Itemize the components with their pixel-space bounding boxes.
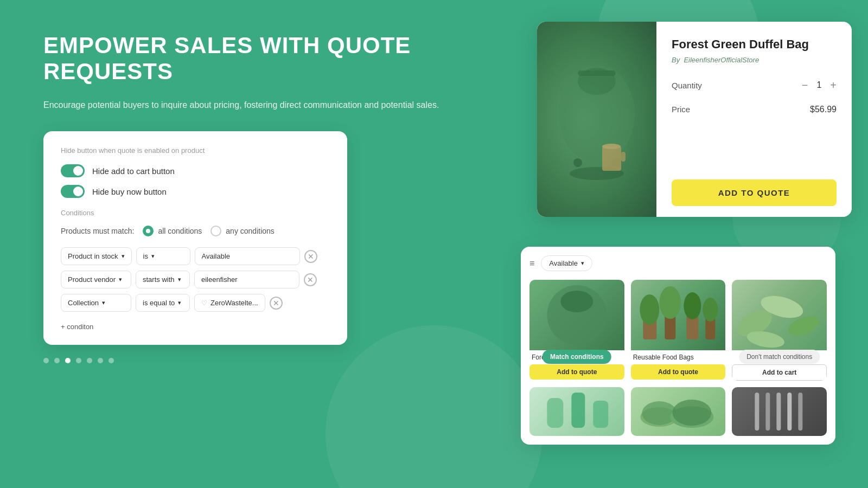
- pagination-dots: [43, 358, 456, 363]
- right-panel: Forest Green Duffel Bag By EileenfisherO…: [537, 22, 852, 217]
- product-grid-row2: [529, 387, 827, 436]
- toggle-add-cart[interactable]: [61, 164, 85, 177]
- add-condition-button[interactable]: + conditon: [61, 319, 93, 334]
- dot-6[interactable]: [98, 358, 103, 363]
- svg-point-18: [703, 298, 718, 322]
- product-image: [537, 22, 656, 217]
- svg-point-16: [684, 292, 701, 319]
- condition3-value-select[interactable]: ♡ ZeroWastelte...: [194, 294, 265, 312]
- svg-rect-24: [571, 393, 585, 428]
- dot-4[interactable]: [76, 358, 81, 363]
- bag-svg: [548, 38, 646, 201]
- price-value: $56.99: [810, 105, 837, 114]
- radio-any-icon: [210, 226, 221, 236]
- settings-card: Hide button when quote is enabled on pro…: [43, 131, 347, 345]
- toggle-row-2: Hide buy now button: [61, 185, 330, 198]
- chevron-down-icon: ▾: [102, 299, 105, 306]
- svg-rect-34: [799, 393, 803, 431]
- conditions-label: Conditions: [61, 209, 330, 217]
- product-price-row: Price $56.99: [672, 105, 837, 114]
- product-name: Forest Green Duffel Bag: [672, 37, 837, 53]
- product-vendor: By EileenfisherOfficialStore: [672, 56, 837, 64]
- hero-subtitle: Encourage potential buyers to inquire ab…: [43, 98, 456, 112]
- svg-point-14: [659, 286, 681, 319]
- quantity-control: − 1 +: [802, 79, 837, 92]
- toggle-row-1: Hide add to cart button: [61, 164, 330, 177]
- product-thumb-1-btn[interactable]: Add to quote: [529, 364, 624, 380]
- condition1-operator-select[interactable]: is ▾: [136, 247, 190, 265]
- svg-rect-32: [777, 393, 781, 431]
- filter-available-badge[interactable]: Available ▾: [541, 255, 592, 271]
- product-thumb-1-overlay: Match conditions: [542, 351, 611, 361]
- condition1-remove-button[interactable]: ✕: [304, 250, 317, 263]
- condition3-remove-button[interactable]: ✕: [270, 297, 283, 310]
- match-prefix-label: Products must match:: [61, 227, 134, 235]
- product-thumb-1-image: [529, 280, 624, 350]
- product-thumb-3-overlay: Don't match conditions: [739, 351, 820, 361]
- svg-rect-2: [578, 70, 616, 76]
- svg-point-27: [642, 401, 676, 425]
- condition2-value-input[interactable]: [194, 271, 299, 288]
- dot-1[interactable]: [43, 358, 49, 363]
- match-conditions-badge: Match conditions: [542, 350, 611, 364]
- product-thumb-3-image: [732, 280, 827, 350]
- svg-point-12: [640, 294, 659, 325]
- quantity-decrease-button[interactable]: −: [802, 79, 808, 92]
- condition2-operator-select[interactable]: starts with ▾: [136, 271, 190, 288]
- toggle-buy-now[interactable]: [61, 185, 85, 198]
- svg-rect-23: [547, 398, 563, 428]
- svg-rect-8: [621, 152, 626, 162]
- svg-rect-6: [602, 146, 621, 171]
- chevron-down-icon: ▾: [178, 276, 181, 283]
- thumb-bag-svg: [529, 280, 624, 350]
- grid-filter-row: ≡ Available ▾: [529, 255, 827, 271]
- quantity-increase-button[interactable]: +: [830, 79, 837, 92]
- price-label: Price: [672, 105, 690, 114]
- product-thumb-3-btn[interactable]: Add to cart: [732, 364, 827, 381]
- svg-point-3: [573, 158, 582, 167]
- match-row: Products must match: all conditions any …: [61, 226, 330, 236]
- condition3-operator-select[interactable]: is equal to ▾: [136, 294, 190, 312]
- hero-title: EMPOWER SALES WITH QUOTE REQUESTS: [43, 33, 456, 85]
- dot-7[interactable]: [108, 358, 114, 363]
- condition3-field-select[interactable]: Collection ▾: [61, 294, 131, 312]
- product-thumb-4-image: [529, 387, 624, 436]
- condition2-remove-button[interactable]: ✕: [304, 273, 317, 286]
- product-thumb-2: Reusable Food Bags Add to quote: [631, 280, 726, 381]
- product-thumb-6-image: [732, 387, 827, 436]
- condition-row-3: Collection ▾ is equal to ▾ ♡ ZeroWastelt…: [61, 294, 330, 312]
- svg-rect-25: [593, 401, 608, 428]
- radio-any-conditions[interactable]: any conditions: [210, 226, 275, 236]
- radio-all-conditions[interactable]: all conditions: [143, 226, 202, 236]
- product-thumb-6: [732, 387, 827, 436]
- product-image-area: [537, 22, 656, 217]
- dot-2[interactable]: [54, 358, 60, 363]
- product-thumb-2-btn[interactable]: Add to quote: [631, 364, 726, 380]
- toggle-add-cart-label: Hide add to cart button: [92, 166, 175, 176]
- condition1-value-input[interactable]: [195, 247, 300, 265]
- chevron-down-icon: ▾: [119, 276, 122, 283]
- product-grid: Match conditions Forest Green Duffel... …: [529, 280, 827, 381]
- product-details: Forest Green Duffel Bag By EileenfisherO…: [656, 22, 852, 217]
- dot-5[interactable]: [87, 358, 92, 363]
- quantity-label: Quantity: [672, 81, 702, 90]
- add-to-quote-button[interactable]: ADD TO QUOTE: [672, 179, 837, 206]
- no-match-conditions-badge: Don't match conditions: [739, 350, 820, 364]
- chevron-down-icon: ▾: [122, 253, 125, 260]
- product-quantity-row: Quantity − 1 +: [672, 79, 837, 92]
- product-thumb-5: [631, 387, 726, 436]
- left-panel: EMPOWER SALES WITH QUOTE REQUESTS Encour…: [43, 33, 456, 363]
- dot-3-active[interactable]: [65, 358, 71, 363]
- product-thumb-5-image: [631, 387, 726, 436]
- radio-all-label: all conditions: [158, 227, 202, 235]
- condition1-field-select[interactable]: Product in stock ▾: [61, 247, 132, 265]
- svg-point-7: [602, 144, 621, 149]
- radio-all-icon: [143, 226, 154, 236]
- chevron-down-icon: ▾: [151, 253, 155, 260]
- toggle-buy-now-label: Hide buy now button: [92, 187, 167, 196]
- condition2-field-select[interactable]: Product vendor ▾: [61, 271, 131, 288]
- quantity-value: 1: [816, 80, 821, 90]
- chevron-down-icon: ▾: [178, 299, 181, 306]
- svg-rect-31: [766, 393, 770, 431]
- svg-point-10: [560, 291, 593, 312]
